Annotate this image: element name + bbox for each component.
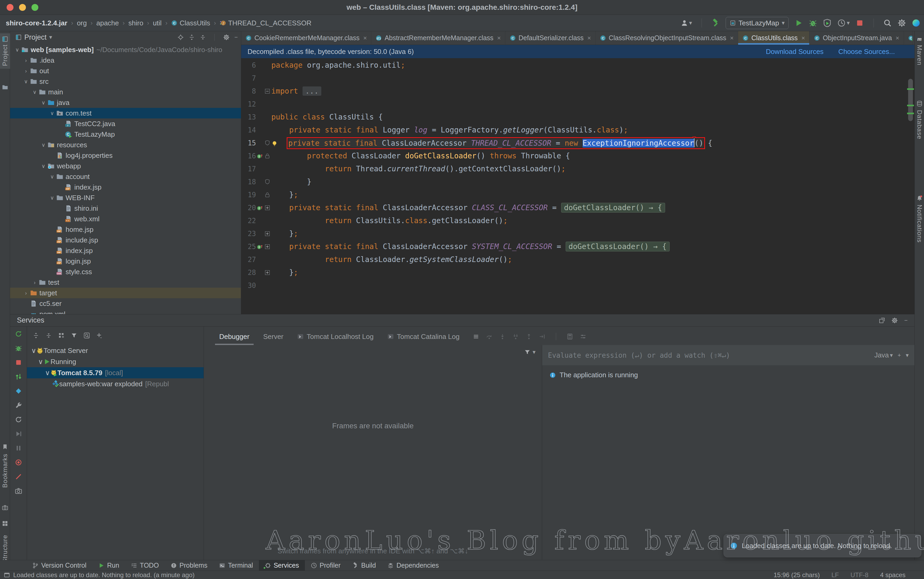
tree-item-shiro-ini[interactable]: shiro.ini bbox=[10, 203, 241, 214]
file-encoding[interactable]: UTF-8 bbox=[850, 571, 868, 579]
deploy-arrows-button[interactable] bbox=[15, 373, 22, 381]
fold-shield-icon[interactable] bbox=[264, 179, 270, 185]
float-window-button[interactable] bbox=[879, 317, 885, 324]
code-line-17[interactable]: 17 return Thread.currentThread().getCont… bbox=[241, 162, 914, 175]
fold-marker-icon[interactable] bbox=[263, 179, 271, 185]
zoom-window-button[interactable] bbox=[31, 4, 38, 11]
run-button[interactable] bbox=[795, 19, 803, 27]
code-line-12[interactable]: 12 bbox=[241, 98, 914, 111]
toolwindow-button-build[interactable]: Build bbox=[347, 560, 382, 571]
fold-marker-icon[interactable] bbox=[263, 244, 271, 250]
sidebar-item-notifications[interactable]: Notifications bbox=[915, 195, 924, 243]
tree-chevron-icon[interactable]: ∨ bbox=[49, 173, 56, 180]
collapse-all-button[interactable] bbox=[200, 34, 206, 41]
tree-chevron-icon[interactable]: ∨ bbox=[31, 89, 38, 95]
editor-tab-t[interactable]: CT bbox=[904, 31, 913, 45]
toolwindow-button-terminal[interactable]: Terminal bbox=[213, 560, 258, 571]
tree-item-java[interactable]: ∨java bbox=[10, 97, 241, 108]
tree-item-include-jsp[interactable]: JSPinclude.jsp bbox=[10, 235, 241, 245]
editor-tab-classresolvingobjectinputstream-class[interactable]: CClassResolvingObjectInputStream.class× bbox=[595, 31, 738, 45]
sidebar-item-database[interactable]: Database bbox=[915, 100, 924, 139]
tree-chevron-icon[interactable]: › bbox=[23, 57, 29, 64]
tree-item-style-css[interactable]: CSSstyle.css bbox=[10, 267, 241, 277]
resume-button[interactable] bbox=[15, 430, 22, 438]
chevron-down-icon[interactable]: ▾ bbox=[906, 352, 909, 359]
tree-item-index-jsp[interactable]: JSPindex.jsp bbox=[10, 182, 241, 193]
toolwindow-button-run[interactable]: Run bbox=[92, 560, 125, 571]
expand-all-button[interactable] bbox=[188, 34, 195, 41]
stop-server-button[interactable] bbox=[15, 359, 22, 366]
services-tree-item-samples-web-war-exploded[interactable]: samples-web:war exploded [Republ bbox=[27, 378, 204, 389]
build-hammer-button[interactable] bbox=[711, 19, 720, 27]
debug-button[interactable] bbox=[809, 19, 817, 27]
fold-plus-icon[interactable] bbox=[264, 231, 270, 237]
tree-item-src[interactable]: ∨src bbox=[10, 76, 241, 87]
debugger-tab-tomcat-localhost-log[interactable]: Tomcat Localhost Log bbox=[291, 328, 379, 345]
close-tab-icon[interactable]: × bbox=[801, 34, 805, 42]
debugger-tab-tomcat-catalina-log[interactable]: Tomcat Catalina Log bbox=[382, 328, 465, 345]
force-step-into-button[interactable] bbox=[512, 334, 519, 340]
tree-chevron-icon[interactable]: ∨ bbox=[40, 142, 47, 148]
tree-item-account[interactable]: ∨account bbox=[10, 171, 241, 182]
sidebar-item-structure[interactable]: Structure bbox=[0, 535, 10, 563]
tree-item-home-jsp[interactable]: JSPhome.jsp bbox=[10, 224, 241, 235]
code-line-22[interactable]: 22 return ClassUtils.class.getClassLoade… bbox=[241, 214, 914, 227]
override-marker-icon[interactable] bbox=[256, 244, 263, 250]
editor-scrollbar[interactable] bbox=[908, 79, 913, 121]
profiler-button[interactable]: ▾ bbox=[837, 19, 850, 27]
sidebar-item-bookmarks[interactable]: Bookmarks bbox=[0, 444, 10, 488]
toolwindow-button-dependencies[interactable]: Dependencies bbox=[382, 560, 445, 571]
project-panel-title[interactable]: Project bbox=[25, 33, 47, 41]
code-line-23[interactable]: 23 }; bbox=[241, 227, 914, 240]
fold-marker-icon[interactable] bbox=[263, 192, 271, 198]
hide-services-button[interactable]: − bbox=[904, 317, 908, 324]
zoom-frame-button[interactable] bbox=[83, 332, 90, 339]
intention-bulb-icon[interactable] bbox=[271, 141, 279, 147]
editor-tab-defaultserializer-class[interactable]: CDefaultSerializer.class× bbox=[505, 31, 595, 45]
code-line-8[interactable]: 8import ... bbox=[241, 85, 914, 98]
code-line-18[interactable]: 18 } bbox=[241, 175, 914, 188]
sidebar-item-project[interactable]: Project bbox=[0, 33, 10, 69]
editor-tab-classutils-class[interactable]: CClassUtils.class× bbox=[738, 31, 810, 45]
code-line-16[interactable]: 16 protected ClassLoader doGetClassLoade… bbox=[241, 149, 914, 162]
tree-item-login-jsp[interactable]: JSPlogin.jsp bbox=[10, 256, 241, 267]
code-line-28[interactable]: 28 }; bbox=[241, 266, 914, 279]
settings-gear-button[interactable] bbox=[898, 19, 906, 27]
step-into-button[interactable] bbox=[499, 334, 505, 340]
fold-plus-icon[interactable] bbox=[264, 270, 270, 276]
sidebar-item-grid[interactable] bbox=[0, 520, 10, 527]
tree-item-out[interactable]: ›out bbox=[10, 65, 241, 76]
sidebar-item-maven[interactable]: m Maven bbox=[915, 36, 924, 65]
services-diamond-button[interactable] bbox=[15, 387, 22, 395]
line-separator[interactable]: LF bbox=[831, 571, 839, 579]
watch-language-select[interactable]: Java▾ bbox=[874, 351, 893, 359]
toolwindow-button-profiler[interactable]: Profiler bbox=[305, 560, 347, 571]
step-over-button[interactable] bbox=[486, 334, 492, 340]
code-line-25[interactable]: 25 private static final ClassLoaderAcces… bbox=[241, 240, 914, 253]
fold-marker-icon[interactable] bbox=[263, 140, 271, 146]
override-marker-icon[interactable] bbox=[257, 244, 263, 250]
code-line-7[interactable]: 7 bbox=[241, 72, 914, 85]
breadcrumb-item[interactable]: shiro bbox=[129, 19, 143, 27]
debugger-tab-debugger[interactable]: Debugger bbox=[213, 328, 255, 345]
fold-marker-icon[interactable] bbox=[263, 231, 271, 237]
code-line-20[interactable]: 20 private static final ClassLoaderAcces… bbox=[241, 201, 914, 214]
fold-lock-icon[interactable] bbox=[264, 192, 270, 198]
code-line-14[interactable]: 14 private static final Logger log = Log… bbox=[241, 123, 914, 136]
refresh-button[interactable] bbox=[15, 416, 22, 423]
tree-item-web-inf[interactable]: ∨WEB-INF bbox=[10, 193, 241, 203]
sidebar-item-camera[interactable] bbox=[0, 504, 10, 511]
tree-item-main[interactable]: ∨main bbox=[10, 87, 241, 97]
breadcrumb-item[interactable]: fTHREAD_CL_ACCESSOR bbox=[220, 19, 312, 27]
code-line-27[interactable]: 27 return ClassLoader.getSystemClassLoad… bbox=[241, 253, 914, 266]
tree-chevron-icon[interactable]: ∨ bbox=[49, 110, 56, 116]
run-configuration-select[interactable]: TestLazyMap ▾ bbox=[726, 17, 788, 29]
bulb-icon[interactable] bbox=[271, 141, 278, 147]
frames-filter[interactable]: ▾ bbox=[524, 349, 535, 356]
code-line-15[interactable]: 15private static final ClassLoaderAccess… bbox=[241, 136, 914, 149]
editor-tab-cookieremembermemanager-class[interactable]: CCookieRememberMeManager.class× bbox=[241, 31, 371, 45]
fold-marker-icon[interactable] bbox=[263, 153, 271, 159]
services-options-gear-button[interactable] bbox=[891, 317, 898, 324]
mute-slash-icon[interactable] bbox=[15, 473, 22, 480]
step-out-button[interactable] bbox=[526, 334, 532, 340]
